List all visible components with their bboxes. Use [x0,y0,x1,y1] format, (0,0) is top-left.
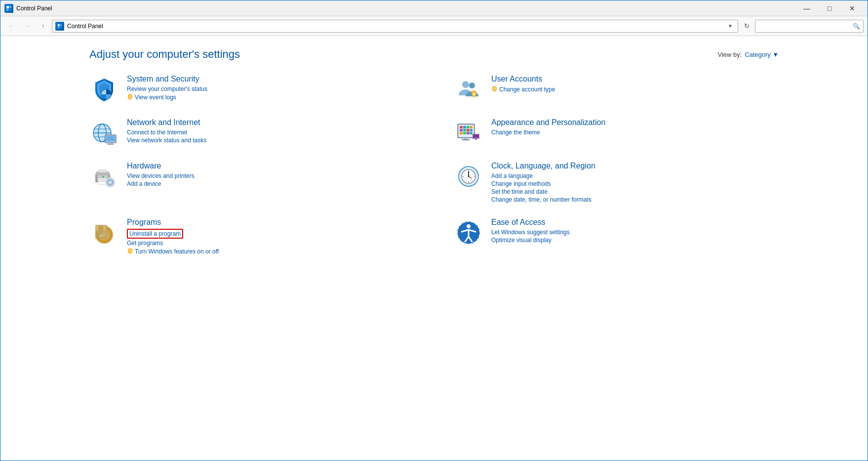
appearance-info: Appearance and Personalization Change th… [491,118,779,137]
view-by-value[interactable]: Category ▼ [745,51,779,58]
svg-rect-27 [467,126,470,128]
category-user-accounts: User Accounts Change account type [454,75,779,104]
maximize-button[interactable]: □ [818,0,841,16]
svg-rect-20 [106,136,115,141]
address-dropdown-icon[interactable]: ▼ [728,23,733,29]
svg-rect-37 [464,138,468,139]
system-security-info: System and Security Review your computer… [127,75,414,102]
appearance-icon [454,118,483,148]
link-view-devices-printers[interactable]: View devices and printers [127,172,414,179]
svg-rect-73 [99,235,103,237]
view-by-chevron-icon: ▼ [772,51,779,58]
main-window: Control Panel — □ ✕ ← → ↑ Control Panel … [0,0,868,461]
app-icon [4,4,13,13]
programs-info: Programs Uninstall a program Get program… [127,218,414,256]
network-internet-icon [89,118,119,148]
svg-rect-2 [9,6,11,8]
svg-rect-3 [6,9,8,11]
address-bar: ← → ↑ Control Panel ▼ ↻ 🔍 [0,16,868,36]
svg-point-76 [467,224,471,228]
link-turn-windows-features[interactable]: Turn Windows features on or off [127,248,414,255]
category-network-internet: Network and Internet Connect to the Inte… [89,118,414,148]
svg-rect-40 [473,134,479,138]
clock-language-region-info: Clock, Language, and Region Add a langua… [491,162,779,204]
link-get-programs[interactable]: Get programs [127,240,414,247]
category-hardware: Hardware View devices and printers Add a… [89,162,414,204]
user-accounts-icon [454,75,483,104]
appearance-title[interactable]: Appearance and Personalization [491,118,779,127]
address-path: Control Panel [67,23,728,30]
user-accounts-title[interactable]: User Accounts [491,75,779,84]
hardware-info: Hardware View devices and printers Add a… [127,162,414,188]
svg-rect-28 [470,126,473,128]
svg-point-12 [469,83,475,88]
link-change-date-time-formats[interactable]: Change date, time, or number formats [491,196,779,203]
category-programs: Programs Uninstall a program Get program… [89,218,414,256]
search-input[interactable] [758,23,853,30]
svg-point-52 [110,182,111,183]
system-security-icon [89,75,119,104]
search-box[interactable]: 🔍 [755,20,864,33]
network-internet-title[interactable]: Network and Internet [127,118,414,127]
window-title: Control Panel [16,5,795,12]
category-ease-of-access: Ease of Access Let Windows suggest setti… [454,218,779,256]
up-button[interactable]: ↑ [36,20,50,33]
link-change-theme[interactable]: Change the theme [491,129,779,136]
svg-rect-9 [60,26,62,28]
link-review-computer[interactable]: Review your computer's status [127,85,414,92]
svg-rect-41 [475,139,477,140]
svg-rect-35 [467,132,470,134]
svg-rect-45 [98,169,107,172]
link-let-windows-suggest[interactable]: Let Windows suggest settings [491,229,779,236]
back-button[interactable]: ← [4,20,18,33]
system-security-title[interactable]: System and Security [127,75,414,84]
window-controls: — □ ✕ [795,0,864,16]
link-change-input-methods[interactable]: Change input methods [491,180,779,187]
shield-small-icon-2 [491,85,498,93]
link-connect-internet[interactable]: Connect to the Internet [127,129,414,136]
address-icon [55,22,64,31]
programs-title[interactable]: Programs [127,218,414,227]
view-by: View by: Category ▼ [717,51,779,58]
network-internet-info: Network and Internet Connect to the Inte… [127,118,414,145]
svg-rect-31 [467,129,470,131]
ease-of-access-title[interactable]: Ease of Access [491,218,779,227]
hardware-icon [89,162,119,191]
link-set-time-date[interactable]: Set the time and date [491,188,779,195]
svg-point-60 [468,176,470,177]
svg-rect-25 [460,126,463,128]
svg-rect-72 [98,226,103,231]
ease-of-access-icon [454,218,483,248]
search-icon[interactable]: 🔍 [853,23,860,30]
svg-rect-1 [6,6,9,8]
refresh-button[interactable]: ↻ [740,20,753,33]
svg-point-11 [462,81,469,88]
link-change-account-type[interactable]: Change account type [491,85,779,93]
svg-rect-36 [470,132,473,134]
hardware-title[interactable]: Hardware [127,162,414,170]
page-header: Adjust your computer's settings View by:… [89,48,779,61]
svg-rect-29 [460,129,463,131]
main-content: Adjust your computer's settings View by:… [0,36,868,461]
link-view-event-logs[interactable]: View event logs [127,93,414,101]
forward-button[interactable]: → [20,20,34,33]
minimize-button[interactable]: — [795,0,818,16]
link-optimize-visual-display[interactable]: Optimize visual display [491,237,779,244]
link-add-device[interactable]: Add a device [127,180,414,187]
user-accounts-info: User Accounts Change account type [491,75,779,94]
clock-language-region-icon [454,162,483,191]
svg-rect-30 [463,129,466,131]
svg-point-53 [102,176,104,178]
view-by-label: View by: [717,51,742,58]
categories-grid: System and Security Review your computer… [89,75,779,270]
clock-language-region-title[interactable]: Clock, Language, and Region [491,162,779,170]
link-view-network-status[interactable]: View network status and tasks [127,137,414,144]
address-bar-input[interactable]: Control Panel ▼ [52,20,738,33]
category-clock-language-region: Clock, Language, and Region Add a langua… [454,162,779,204]
close-button[interactable]: ✕ [841,0,864,16]
svg-rect-6 [58,24,60,26]
category-system-security: System and Security Review your computer… [89,75,414,104]
shield-small-icon-3 [127,248,133,255]
link-uninstall-program[interactable]: Uninstall a program [127,229,183,239]
link-add-language[interactable]: Add a language [491,172,779,179]
